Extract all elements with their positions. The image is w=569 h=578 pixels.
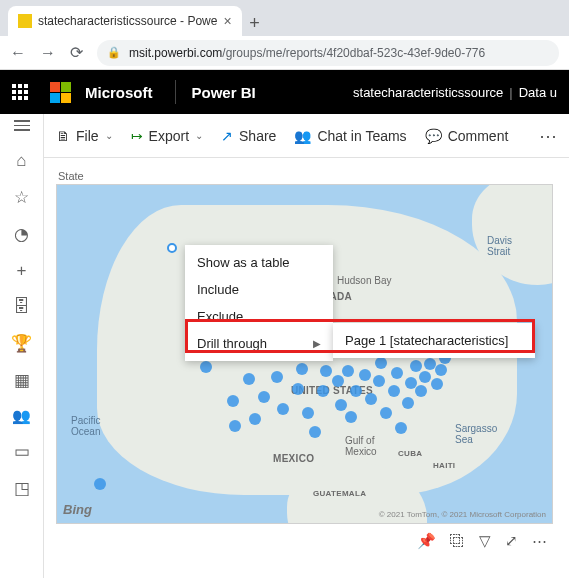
data-point[interactable] [431, 378, 443, 390]
data-point[interactable] [391, 367, 403, 379]
forward-icon[interactable]: → [40, 44, 56, 62]
chevron-right-icon: ▶ [313, 338, 321, 349]
data-point[interactable] [332, 375, 344, 387]
apps-icon[interactable]: ▦ [10, 370, 34, 391]
data-point[interactable] [395, 422, 407, 434]
powerbi-label: Power BI [192, 84, 256, 101]
selected-data-point[interactable] [167, 243, 177, 253]
data-point[interactable] [388, 385, 400, 397]
data-point[interactable] [373, 375, 385, 387]
recent-icon[interactable]: ◔ [10, 224, 34, 245]
data-point[interactable] [229, 420, 241, 432]
map-label: Pacific Ocean [71, 415, 100, 437]
teams-icon: 👥 [294, 128, 311, 144]
data-point[interactable] [375, 357, 387, 369]
data-point[interactable] [410, 360, 422, 372]
file-icon: 🗎 [56, 128, 70, 144]
data-point[interactable] [419, 371, 431, 383]
nav-rail: ⌂ ☆ ◔ + 🗄 🏆 ▦ 👥 ▭ ◳ [0, 114, 44, 578]
more-options-icon[interactable]: ⋯ [532, 532, 547, 550]
new-tab-button[interactable]: + [242, 10, 268, 36]
visual-action-bar: 📌 ⿻ ▽ ⤢ ⋯ [56, 524, 553, 550]
file-menu[interactable]: 🗎File⌄ [56, 128, 113, 144]
hamburger-icon[interactable] [14, 120, 30, 131]
reload-icon[interactable]: ⟳ [70, 43, 83, 62]
chat-teams-button[interactable]: 👥Chat in Teams [294, 128, 406, 144]
data-point[interactable] [350, 385, 362, 397]
data-point[interactable] [277, 403, 289, 415]
data-point[interactable] [227, 395, 239, 407]
app-launcher-icon[interactable] [12, 84, 28, 100]
data-point[interactable] [342, 365, 354, 377]
powerbi-header: Microsoft Power BI statecharacteristicss… [0, 70, 569, 114]
data-point[interactable] [292, 383, 304, 395]
data-point[interactable] [271, 371, 283, 383]
shared-icon[interactable]: 👥 [10, 407, 34, 425]
data-point[interactable] [249, 413, 261, 425]
back-icon[interactable]: ← [10, 44, 26, 62]
context-menu-drill-through[interactable]: Drill through▶ [185, 330, 333, 357]
breadcrumb-page: Data u [519, 85, 557, 100]
export-menu[interactable]: ↦Export⌄ [131, 128, 203, 144]
context-menu-include[interactable]: Include [185, 276, 333, 303]
create-icon[interactable]: + [10, 261, 34, 281]
drill-through-target[interactable]: Page 1 [statecharacteristics] [333, 327, 535, 354]
data-point[interactable] [317, 385, 329, 397]
breadcrumb-report[interactable]: statecharacteristicssource [353, 85, 503, 100]
copy-icon[interactable]: ⿻ [450, 532, 465, 550]
chevron-down-icon: ⌄ [105, 130, 113, 141]
home-icon[interactable]: ⌂ [10, 151, 34, 171]
datasets-icon[interactable]: 🗄 [10, 297, 34, 317]
data-point[interactable] [365, 393, 377, 405]
export-icon: ↦ [131, 128, 143, 144]
more-options-icon[interactable]: ⋯ [539, 125, 557, 147]
map-label: Gulf of Mexico [345, 435, 377, 457]
filter-icon[interactable]: ▽ [479, 532, 491, 550]
favorites-icon[interactable]: ☆ [10, 187, 34, 208]
learn-icon[interactable]: ▭ [10, 441, 34, 462]
data-point[interactable] [402, 397, 414, 409]
browser-tab-bar: statecharacteristicssource - Powe × + [0, 0, 569, 36]
data-point[interactable] [435, 364, 447, 376]
data-point[interactable] [359, 369, 371, 381]
context-menu-show-table[interactable]: Show as a table [185, 249, 333, 276]
url-box[interactable]: 🔒 msit.powerbi.com/groups/me/reports/4f2… [97, 40, 559, 66]
pin-icon[interactable]: 📌 [417, 532, 436, 550]
data-point[interactable] [94, 478, 106, 490]
data-point[interactable] [345, 411, 357, 423]
map-label: GUATEMALA [313, 489, 366, 498]
tab-title: statecharacteristicssource - Powe [38, 14, 217, 28]
map-visual[interactable]: CANADA UNITED STATES MEXICO GUATEMALA CU… [56, 184, 553, 524]
workspaces-icon[interactable]: ◳ [10, 478, 34, 499]
visual-title: State [58, 170, 553, 182]
map-label: MEXICO [273, 453, 314, 464]
url-text: msit.powerbi.com/groups/me/reports/4f20d… [129, 46, 485, 60]
map-label: CUBA [398, 449, 422, 458]
data-point[interactable] [296, 363, 308, 375]
goals-icon[interactable]: 🏆 [10, 333, 34, 354]
data-point[interactable] [380, 407, 392, 419]
comment-button[interactable]: 💬Comment [425, 128, 509, 144]
report-canvas: State CANADA UNITED STATES MEXICO GUATEM… [44, 158, 569, 578]
data-point[interactable] [302, 407, 314, 419]
chevron-down-icon: ⌄ [195, 130, 203, 141]
context-menu: Show as a table Include Exclude Drill th… [185, 245, 333, 361]
map-attribution: © 2021 TomTom, © 2021 Microsoft Corporat… [379, 510, 546, 519]
drill-through-submenu: Page 1 [statecharacteristics] [333, 323, 535, 358]
close-tab-icon[interactable]: × [223, 13, 231, 29]
data-point[interactable] [243, 373, 255, 385]
data-point[interactable] [200, 361, 212, 373]
browser-tab[interactable]: statecharacteristicssource - Powe × [8, 6, 242, 36]
browser-address-bar: ← → ⟳ 🔒 msit.powerbi.com/groups/me/repor… [0, 36, 569, 70]
share-icon: ↗ [221, 128, 233, 144]
data-point[interactable] [320, 365, 332, 377]
data-point[interactable] [258, 391, 270, 403]
powerbi-favicon [18, 14, 32, 28]
data-point[interactable] [335, 399, 347, 411]
data-point[interactable] [415, 385, 427, 397]
map-label: Davis Strait [487, 235, 512, 257]
share-button[interactable]: ↗Share [221, 128, 276, 144]
focus-mode-icon[interactable]: ⤢ [505, 532, 518, 550]
data-point[interactable] [309, 426, 321, 438]
context-menu-exclude[interactable]: Exclude [185, 303, 333, 330]
